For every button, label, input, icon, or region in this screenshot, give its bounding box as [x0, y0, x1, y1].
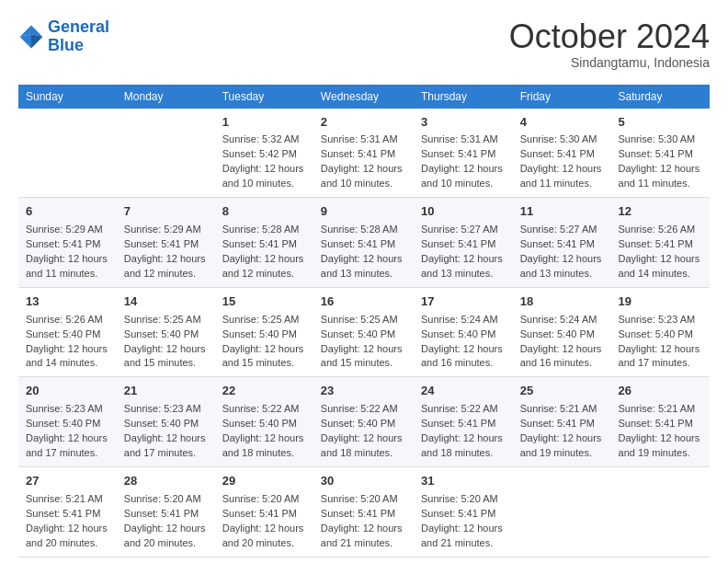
day-number: 12	[619, 203, 702, 221]
sunset-text: Sunset: 5:40 PM	[26, 328, 100, 339]
day-number: 14	[124, 293, 208, 311]
sunrise-text: Sunrise: 5:29 AM	[124, 224, 201, 235]
day-number: 17	[421, 293, 506, 311]
daylight-text: Daylight: 12 hours and 14 minutes.	[619, 253, 700, 279]
sunset-text: Sunset: 5:41 PM	[321, 508, 395, 519]
sunset-text: Sunset: 5:40 PM	[619, 328, 693, 339]
sunset-text: Sunset: 5:41 PM	[421, 418, 495, 429]
calendar-cell: 3Sunrise: 5:31 AMSunset: 5:41 PMDaylight…	[414, 109, 513, 198]
calendar-week-row: 27Sunrise: 5:21 AMSunset: 5:41 PMDayligh…	[18, 466, 710, 557]
daylight-text: Daylight: 12 hours and 12 minutes.	[222, 253, 304, 279]
sunrise-text: Sunrise: 5:27 AM	[421, 224, 498, 235]
sunset-text: Sunset: 5:40 PM	[124, 328, 199, 339]
calendar-cell	[117, 109, 215, 198]
calendar-cell: 7Sunrise: 5:29 AMSunset: 5:41 PMDaylight…	[117, 198, 215, 288]
calendar-cell: 29Sunrise: 5:20 AMSunset: 5:41 PMDayligh…	[215, 466, 313, 557]
daylight-text: Daylight: 12 hours and 14 minutes.	[26, 343, 108, 369]
calendar-cell: 8Sunrise: 5:28 AMSunset: 5:41 PMDaylight…	[215, 198, 313, 288]
calendar-cell	[18, 109, 117, 198]
calendar-cell: 26Sunrise: 5:21 AMSunset: 5:41 PMDayligh…	[611, 377, 710, 467]
sunset-text: Sunset: 5:41 PM	[222, 238, 297, 249]
calendar-week-row: 6Sunrise: 5:29 AMSunset: 5:41 PMDaylight…	[18, 198, 710, 288]
sunrise-text: Sunrise: 5:22 AM	[421, 403, 498, 414]
daylight-text: Daylight: 12 hours and 17 minutes.	[619, 343, 700, 369]
sunrise-text: Sunrise: 5:23 AM	[619, 314, 696, 325]
day-number: 9	[321, 203, 406, 221]
day-number: 8	[222, 203, 306, 221]
sunrise-text: Sunrise: 5:22 AM	[321, 403, 398, 414]
sunset-text: Sunset: 5:41 PM	[520, 238, 595, 249]
weekday-header: Monday	[117, 85, 215, 109]
sunrise-text: Sunrise: 5:25 AM	[321, 314, 398, 325]
sunset-text: Sunset: 5:41 PM	[421, 238, 495, 249]
daylight-text: Daylight: 12 hours and 17 minutes.	[124, 432, 206, 458]
calendar-cell: 14Sunrise: 5:25 AMSunset: 5:40 PMDayligh…	[117, 287, 215, 377]
sunrise-text: Sunrise: 5:30 AM	[520, 133, 597, 144]
calendar-week-row: 13Sunrise: 5:26 AMSunset: 5:40 PMDayligh…	[18, 287, 710, 377]
calendar-cell: 11Sunrise: 5:27 AMSunset: 5:41 PMDayligh…	[513, 198, 611, 288]
day-number: 18	[520, 293, 604, 311]
sunset-text: Sunset: 5:40 PM	[520, 328, 595, 339]
weekday-header: Wednesday	[313, 85, 414, 109]
daylight-text: Daylight: 12 hours and 16 minutes.	[421, 343, 503, 369]
sunrise-text: Sunrise: 5:24 AM	[421, 314, 498, 325]
sunrise-text: Sunrise: 5:24 AM	[520, 314, 597, 325]
daylight-text: Daylight: 12 hours and 15 minutes.	[321, 343, 403, 369]
logo-text: GeneralBlue	[48, 18, 109, 55]
daylight-text: Daylight: 12 hours and 12 minutes.	[124, 253, 206, 279]
sunrise-text: Sunrise: 5:20 AM	[222, 493, 300, 504]
daylight-text: Daylight: 12 hours and 16 minutes.	[520, 343, 602, 369]
sunset-text: Sunset: 5:41 PM	[124, 238, 199, 249]
weekday-header: Sunday	[18, 85, 117, 109]
sunset-text: Sunset: 5:41 PM	[26, 508, 100, 519]
calendar-cell: 12Sunrise: 5:26 AMSunset: 5:41 PMDayligh…	[611, 198, 710, 288]
calendar-week-row: 1Sunrise: 5:32 AMSunset: 5:42 PMDaylight…	[18, 109, 710, 198]
day-number: 21	[124, 383, 208, 400]
sunrise-text: Sunrise: 5:20 AM	[124, 493, 201, 504]
calendar-cell: 2Sunrise: 5:31 AMSunset: 5:41 PMDaylight…	[313, 109, 414, 198]
daylight-text: Daylight: 12 hours and 20 minutes.	[222, 523, 304, 548]
daylight-text: Daylight: 12 hours and 10 minutes.	[222, 163, 304, 189]
sunset-text: Sunset: 5:40 PM	[421, 328, 495, 339]
daylight-text: Daylight: 12 hours and 20 minutes.	[26, 523, 108, 548]
sunset-text: Sunset: 5:41 PM	[222, 508, 297, 519]
sunrise-text: Sunrise: 5:28 AM	[222, 224, 300, 235]
sunset-text: Sunset: 5:41 PM	[520, 148, 595, 159]
calendar-week-row: 20Sunrise: 5:23 AMSunset: 5:40 PMDayligh…	[18, 377, 710, 467]
calendar-cell: 13Sunrise: 5:26 AMSunset: 5:40 PMDayligh…	[18, 287, 117, 377]
sunrise-text: Sunrise: 5:26 AM	[26, 314, 103, 325]
daylight-text: Daylight: 12 hours and 18 minutes.	[222, 432, 304, 458]
daylight-text: Daylight: 12 hours and 15 minutes.	[222, 343, 304, 369]
daylight-text: Daylight: 12 hours and 21 minutes.	[421, 523, 503, 548]
sunrise-text: Sunrise: 5:21 AM	[619, 403, 696, 414]
calendar-cell: 22Sunrise: 5:22 AMSunset: 5:40 PMDayligh…	[215, 377, 313, 467]
sunset-text: Sunset: 5:41 PM	[619, 418, 693, 429]
logo-icon	[18, 24, 44, 50]
sunset-text: Sunset: 5:40 PM	[124, 418, 199, 429]
calendar-cell: 23Sunrise: 5:22 AMSunset: 5:40 PMDayligh…	[313, 377, 414, 467]
sunset-text: Sunset: 5:41 PM	[321, 238, 395, 249]
calendar-cell: 20Sunrise: 5:23 AMSunset: 5:40 PMDayligh…	[18, 377, 117, 467]
sunrise-text: Sunrise: 5:26 AM	[619, 224, 696, 235]
sunrise-text: Sunrise: 5:22 AM	[222, 403, 300, 414]
daylight-text: Daylight: 12 hours and 20 minutes.	[124, 523, 206, 548]
calendar-cell: 5Sunrise: 5:30 AMSunset: 5:41 PMDaylight…	[611, 109, 710, 198]
sunrise-text: Sunrise: 5:28 AM	[321, 224, 398, 235]
title-block: October 2024 Sindangtamu, Indonesia	[509, 18, 710, 70]
sunrise-text: Sunrise: 5:31 AM	[421, 133, 498, 144]
day-number: 3	[421, 114, 506, 132]
calendar-cell: 4Sunrise: 5:30 AMSunset: 5:41 PMDaylight…	[513, 109, 611, 198]
month-title: October 2024	[509, 18, 710, 55]
calendar-cell: 10Sunrise: 5:27 AMSunset: 5:41 PMDayligh…	[414, 198, 513, 288]
sunrise-text: Sunrise: 5:23 AM	[26, 403, 103, 414]
calendar-cell: 24Sunrise: 5:22 AMSunset: 5:41 PMDayligh…	[414, 377, 513, 467]
sunset-text: Sunset: 5:41 PM	[421, 148, 495, 159]
weekday-header: Friday	[513, 85, 611, 109]
daylight-text: Daylight: 12 hours and 13 minutes.	[520, 253, 602, 279]
daylight-text: Daylight: 12 hours and 11 minutes.	[520, 163, 602, 189]
day-number: 7	[124, 203, 208, 221]
calendar-cell: 25Sunrise: 5:21 AMSunset: 5:41 PMDayligh…	[513, 377, 611, 467]
calendar-cell: 1Sunrise: 5:32 AMSunset: 5:42 PMDaylight…	[215, 109, 313, 198]
calendar-cell: 31Sunrise: 5:20 AMSunset: 5:41 PMDayligh…	[414, 466, 513, 557]
day-number: 1	[222, 114, 306, 132]
